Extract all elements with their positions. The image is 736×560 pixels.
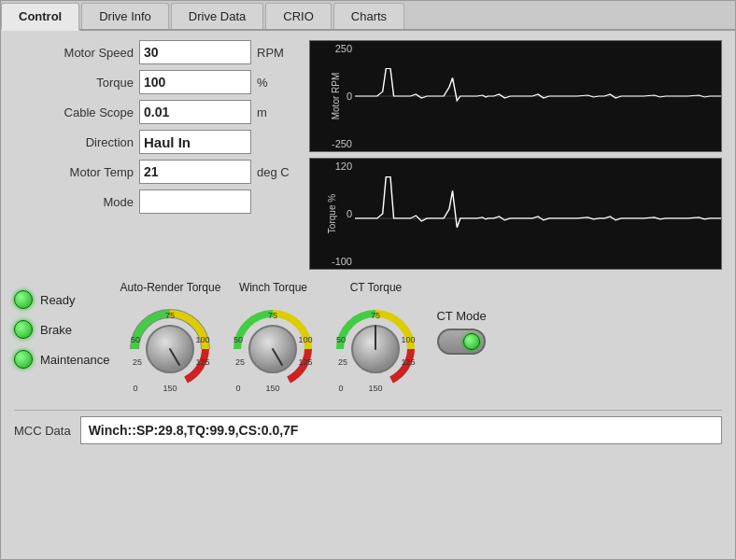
cable-scope-unit: m	[257, 105, 294, 119]
torque-chart: 120 0 -100 Torque %	[309, 158, 722, 270]
ct-mode-led	[463, 333, 480, 350]
svg-text:75: 75	[165, 311, 175, 320]
tab-control[interactable]: Control	[1, 3, 79, 31]
motor-temp-label: Motor Temp	[50, 165, 134, 179]
direction-input[interactable]	[139, 130, 251, 154]
svg-text:50: 50	[336, 335, 346, 344]
app-container: Control Drive Info Drive Data CRIO Chart…	[0, 0, 736, 560]
svg-text:0: 0	[134, 384, 138, 393]
maintenance-led	[14, 350, 33, 369]
rpm-ymid: 0	[347, 91, 352, 102]
svg-text:50: 50	[234, 335, 243, 344]
winch-torque-group: Winch Torque 25 50 75 100 125 150 0	[221, 281, 324, 400]
ready-led	[14, 290, 33, 309]
tab-drive-data[interactable]: Drive Data	[171, 3, 263, 29]
charts-area: 250 0 -250 Motor RPM	[309, 40, 722, 270]
torque-label: Torque	[50, 76, 134, 90]
tab-charts[interactable]: Charts	[333, 3, 404, 29]
torque-row: Torque %	[14, 70, 294, 94]
motor-temp-row: Motor Temp deg C	[14, 160, 294, 184]
maintenance-label: Maintenance	[40, 353, 109, 367]
mcc-label: MCC Data	[14, 424, 71, 438]
maintenance-indicator: Maintenance	[14, 350, 109, 369]
bottom-section: Ready Brake Maintenance Auto-Render Torq…	[14, 275, 722, 400]
auto-render-torque-group: Auto-Render Torque 25 50	[119, 281, 221, 400]
rpm-chart-canvas	[355, 41, 721, 151]
form-area: Motor Speed RPM Torque % Cable Scope m D…	[14, 40, 294, 270]
torque-unit: %	[257, 76, 294, 90]
svg-text:150: 150	[163, 384, 177, 393]
torque-ymid: 0	[347, 208, 352, 219]
winch-torque-title: Winch Torque	[239, 281, 307, 294]
svg-text:125: 125	[196, 357, 210, 367]
auto-render-torque-knob[interactable]: 25 50 75 100 125 150 0	[119, 298, 221, 400]
svg-text:25: 25	[338, 357, 347, 367]
cable-scope-row: Cable Scope m	[14, 100, 294, 124]
top-section: Motor Speed RPM Torque % Cable Scope m D…	[14, 40, 722, 270]
brake-indicator: Brake	[14, 320, 109, 339]
svg-text:125: 125	[299, 357, 313, 367]
mode-label: Mode	[50, 195, 134, 209]
torque-ymin: -100	[332, 256, 352, 267]
torque-chart-canvas	[355, 159, 721, 269]
rpm-chart: 250 0 -250 Motor RPM	[309, 40, 722, 152]
torque-input[interactable]	[139, 70, 251, 94]
ct-mode-label: CT Mode	[436, 309, 486, 323]
mcc-section: MCC Data Winch::SP:29.8,TQ:99.9,CS:0.0,7…	[14, 410, 722, 448]
motor-temp-input[interactable]	[139, 160, 251, 184]
indicators: Ready Brake Maintenance	[14, 281, 109, 369]
main-content: Motor Speed RPM Torque % Cable Scope m D…	[1, 31, 735, 559]
rpm-chart-svg	[355, 41, 721, 151]
motor-speed-input[interactable]	[139, 40, 251, 64]
ready-indicator: Ready	[14, 290, 109, 309]
torque-ymax: 120	[335, 161, 352, 172]
ct-mode-button[interactable]	[437, 329, 486, 355]
direction-label: Direction	[50, 135, 134, 149]
svg-text:25: 25	[235, 357, 245, 367]
svg-text:150: 150	[266, 384, 280, 393]
winch-torque-knob[interactable]: 25 50 75 100 125 150 0	[221, 298, 324, 400]
svg-text:0: 0	[236, 384, 241, 393]
rpm-ymin: -250	[332, 138, 352, 149]
svg-text:50: 50	[131, 335, 140, 344]
svg-text:25: 25	[133, 357, 142, 367]
svg-text:75: 75	[371, 311, 380, 320]
mode-row: Mode	[14, 189, 294, 214]
torque-chart-svg	[355, 159, 721, 269]
svg-text:125: 125	[402, 357, 416, 367]
motor-speed-row: Motor Speed RPM	[14, 40, 294, 64]
svg-text:100: 100	[196, 335, 210, 344]
auto-render-torque-title: Auto-Render Torque	[120, 281, 221, 294]
cable-scope-label: Cable Scope	[50, 105, 134, 119]
motor-speed-label: Motor Speed	[50, 46, 134, 60]
ct-torque-group: CT Torque 25 50 75 100 125 150 0	[324, 281, 427, 400]
ct-torque-title: CT Torque	[350, 281, 403, 294]
ct-mode-area: CT Mode	[436, 281, 486, 355]
tab-crio[interactable]: CRIO	[265, 3, 332, 29]
svg-text:0: 0	[339, 384, 344, 393]
mode-input[interactable]	[139, 189, 251, 214]
rpm-y-axis-label: Motor RPM	[331, 73, 341, 120]
ready-label: Ready	[40, 293, 76, 307]
brake-label: Brake	[40, 323, 72, 337]
knobs-row: Auto-Render Torque 25 50	[119, 281, 427, 400]
rpm-ymax: 250	[335, 43, 352, 54]
ct-torque-knob[interactable]: 25 50 75 100 125 150 0	[324, 298, 427, 400]
cable-scope-input[interactable]	[139, 100, 251, 124]
motor-temp-unit: deg C	[257, 165, 294, 179]
direction-row: Direction	[14, 130, 294, 154]
svg-text:100: 100	[402, 335, 416, 344]
svg-text:150: 150	[369, 384, 383, 393]
brake-led	[14, 320, 33, 339]
torque-y-axis-label: Torque %	[327, 194, 337, 233]
svg-text:75: 75	[268, 311, 277, 320]
tab-drive-info[interactable]: Drive Info	[81, 3, 169, 29]
tab-bar: Control Drive Info Drive Data CRIO Chart…	[1, 1, 735, 31]
motor-speed-unit: RPM	[257, 46, 294, 60]
mcc-value: Winch::SP:29.8,TQ:99.9,CS:0.0,7F	[80, 416, 722, 444]
svg-text:100: 100	[299, 335, 313, 344]
